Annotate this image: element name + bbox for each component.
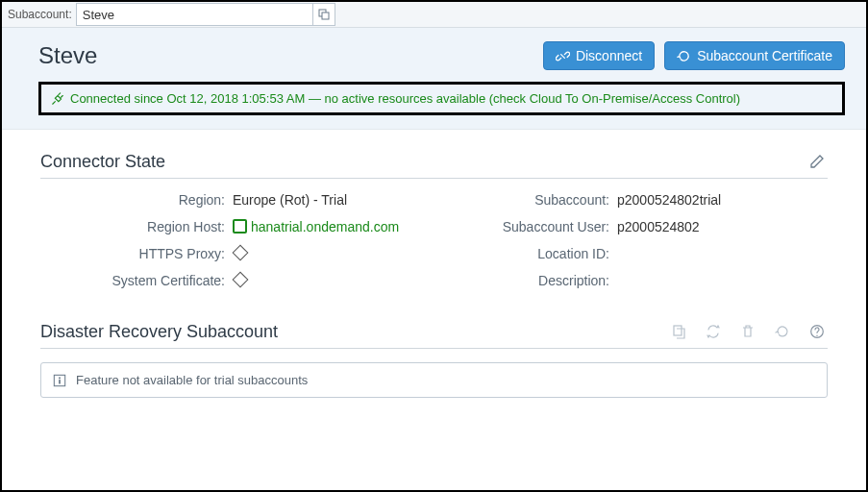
subaccount-user-label: Subaccount User:: [454, 219, 617, 234]
unlink-icon: [556, 49, 570, 63]
connector-state-title: Connector State: [40, 152, 165, 172]
svg-rect-1: [322, 12, 329, 19]
subaccount-label: Subaccount:: [8, 8, 72, 21]
dr-info-text: Feature not available for trial subaccou…: [76, 373, 308, 387]
value-help-icon[interactable]: [312, 4, 335, 25]
status-square-icon: [233, 219, 247, 234]
svg-rect-6: [59, 380, 61, 383]
subaccount-key: Subaccount:: [454, 192, 617, 208]
region-value: Europe (Rot) - Trial: [233, 192, 454, 208]
svg-rect-5: [59, 377, 61, 379]
help-icon[interactable]: [806, 321, 828, 342]
info-icon: [53, 374, 66, 387]
system-cert-label: System Certificate:: [40, 273, 233, 288]
diamond-icon: [233, 245, 249, 261]
dr-title: Disaster Recovery Subaccount: [40, 322, 278, 342]
cert-label: Subaccount Certificate: [697, 48, 832, 63]
header: Steve Disconnect Subaccount Certificate: [2, 28, 866, 130]
page-title: Steve: [38, 42, 97, 69]
svg-rect-2: [674, 326, 682, 335]
https-proxy-value: [233, 246, 454, 261]
diamond-icon: [233, 272, 249, 288]
disconnect-button[interactable]: Disconnect: [543, 41, 655, 70]
subaccount-value: p2000524802trial: [617, 192, 829, 208]
disconnect-label: Disconnect: [576, 48, 642, 63]
location-id-label: Location ID:: [454, 246, 617, 261]
region-host-link[interactable]: hanatrial.ondemand.com: [251, 219, 399, 234]
edit-icon[interactable]: [806, 151, 828, 172]
refresh-small-icon: [772, 321, 793, 342]
sync-icon: [703, 321, 724, 342]
trash-icon: [737, 321, 758, 342]
region-host-value: hanatrial.ondemand.com: [233, 219, 454, 234]
region-label: Region:: [40, 192, 233, 208]
system-cert-value: [233, 273, 454, 288]
connection-status-box: Connected since Oct 12, 2018 1:05:53 AM …: [38, 82, 845, 115]
refresh-icon: [677, 49, 691, 63]
dr-info-box: Feature not available for trial subaccou…: [40, 362, 828, 398]
subaccount-input[interactable]: [77, 5, 312, 24]
subaccount-input-wrapper: [76, 3, 335, 26]
subaccount-certificate-button[interactable]: Subaccount Certificate: [664, 41, 845, 70]
https-proxy-label: HTTPS Proxy:: [40, 246, 233, 261]
connector-grid: Region: Europe (Rot) - Trial Subaccount:…: [40, 192, 828, 288]
copy-icon: [668, 321, 689, 342]
topbar: Subaccount:: [2, 2, 866, 28]
region-host-label: Region Host:: [40, 219, 233, 234]
plug-icon: [51, 92, 64, 106]
connection-status-text: Connected since Oct 12, 2018 1:05:53 AM …: [70, 91, 740, 106]
description-label: Description:: [454, 273, 617, 288]
subaccount-user-value: p2000524802: [617, 219, 829, 234]
